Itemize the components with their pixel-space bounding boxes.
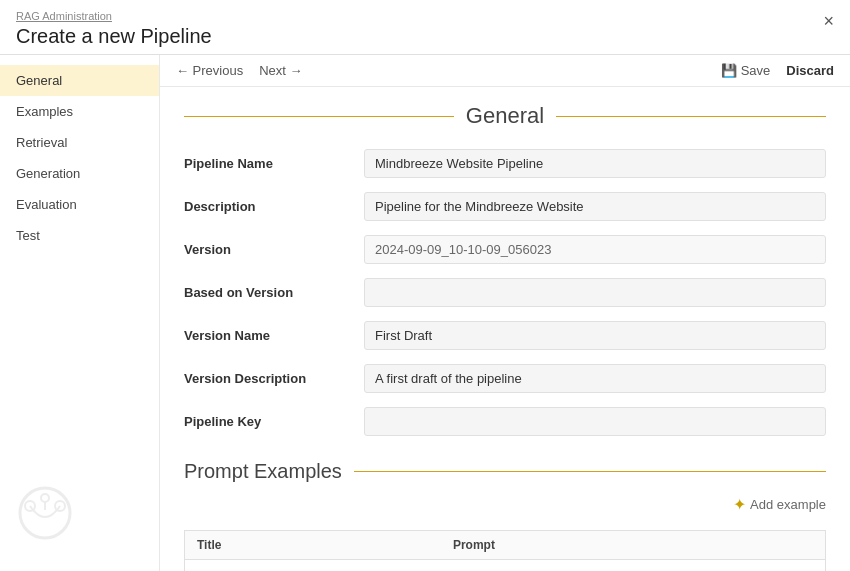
close-button[interactable]: × (823, 12, 834, 30)
discard-button[interactable]: Discard (786, 63, 834, 78)
svg-point-0 (20, 488, 70, 538)
prompt-title-line (354, 471, 826, 472)
description-label: Description (184, 199, 364, 214)
toolbar: ← Previous Next → 💾 Save Discard (160, 55, 850, 87)
create-pipeline-modal: RAG Administration Create a new Pipeline… (0, 0, 850, 571)
pipeline-name-label: Pipeline Name (184, 156, 364, 171)
based-on-version-row: Based on Version (184, 278, 826, 307)
prompt-column-header: Prompt (441, 531, 826, 560)
sidebar-item-evaluation[interactable]: Evaluation (0, 189, 159, 220)
section-title-line-right (556, 116, 826, 117)
general-section-header: General (184, 103, 826, 129)
empty-message: No Examples configured - The Examples of… (185, 560, 826, 572)
based-on-version-input[interactable] (364, 278, 826, 307)
sidebar-item-test[interactable]: Test (0, 220, 159, 251)
prompt-examples-title: Prompt Examples (184, 460, 354, 483)
save-button[interactable]: 💾 Save (721, 63, 771, 78)
add-example-button[interactable]: ✦ Add example (733, 495, 826, 514)
prompt-examples-section: Prompt Examples ✦ Add example Title (184, 460, 826, 571)
version-description-input[interactable] (364, 364, 826, 393)
next-button[interactable]: Next → (259, 63, 302, 78)
sidebar-item-examples[interactable]: Examples (0, 96, 159, 127)
pipeline-name-row: Pipeline Name (184, 149, 826, 178)
svg-point-3 (41, 494, 49, 502)
version-name-label: Version Name (184, 328, 364, 343)
modal-body: General Examples Retrieval Generation Ev… (0, 55, 850, 571)
previous-button[interactable]: ← Previous (176, 63, 243, 78)
page-title: Create a new Pipeline (16, 25, 834, 48)
plus-icon: ✦ (733, 495, 746, 514)
version-description-label: Version Description (184, 371, 364, 386)
decorative-icon (10, 478, 80, 551)
sidebar-item-retrieval[interactable]: Retrieval (0, 127, 159, 158)
table-row: No Examples configured - The Examples of… (185, 560, 826, 572)
title-column-header: Title (185, 531, 441, 560)
version-row: Version (184, 235, 826, 264)
description-input[interactable] (364, 192, 826, 221)
pipeline-key-input[interactable] (364, 407, 826, 436)
pipeline-name-input[interactable] (364, 149, 826, 178)
modal-header: RAG Administration Create a new Pipeline… (0, 0, 850, 55)
breadcrumb[interactable]: RAG Administration (16, 10, 112, 22)
pipeline-key-row: Pipeline Key (184, 407, 826, 436)
version-name-row: Version Name (184, 321, 826, 350)
section-title-text: General (466, 103, 544, 129)
content-area: General Pipeline Name Description Versio… (160, 87, 850, 571)
save-icon: 💾 (721, 63, 737, 78)
sidebar-item-general[interactable]: General (0, 65, 159, 96)
pipeline-key-label: Pipeline Key (184, 414, 364, 429)
prompt-examples-header: Prompt Examples (184, 460, 826, 483)
examples-table: Title Prompt No Examples configured - Th… (184, 530, 826, 571)
main-content: ← Previous Next → 💾 Save Discard General… (160, 55, 850, 571)
section-title-line-left (184, 116, 454, 117)
sidebar-item-generation[interactable]: Generation (0, 158, 159, 189)
based-on-version-label: Based on Version (184, 285, 364, 300)
version-description-row: Version Description (184, 364, 826, 393)
version-input[interactable] (364, 235, 826, 264)
description-row: Description (184, 192, 826, 221)
table-header-row: Title Prompt (185, 531, 826, 560)
sidebar: General Examples Retrieval Generation Ev… (0, 55, 160, 571)
version-name-input[interactable] (364, 321, 826, 350)
version-label: Version (184, 242, 364, 257)
